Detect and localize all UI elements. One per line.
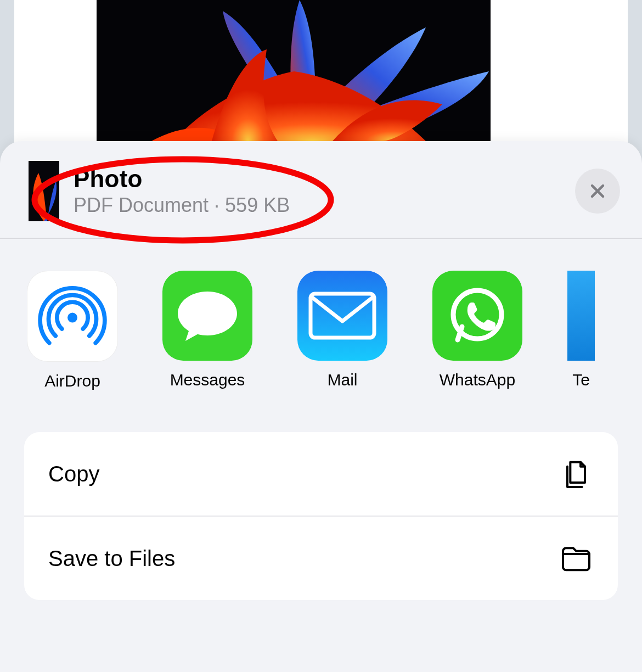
app-airdrop[interactable]: AirDrop <box>27 271 117 390</box>
app-label: WhatsApp <box>440 371 515 389</box>
messages-icon <box>162 271 252 361</box>
telegram-icon <box>567 271 595 361</box>
app-mail[interactable]: Mail <box>297 271 387 390</box>
share-subtitle: PDF Document · 559 KB <box>74 194 575 217</box>
share-apps-row: AirDrop Messages Mail <box>0 239 642 390</box>
actions-list: Copy Save to Files <box>24 432 618 600</box>
whatsapp-icon <box>432 271 522 361</box>
svg-point-1 <box>67 313 77 323</box>
folder-icon <box>559 541 594 576</box>
airdrop-icon <box>27 271 118 362</box>
app-telegram[interactable]: Te <box>567 271 595 390</box>
action-label: Save to Files <box>48 546 175 571</box>
svg-rect-2 <box>311 294 374 338</box>
app-label: Mail <box>327 371 357 389</box>
app-label: Messages <box>170 371 245 389</box>
share-title: Photo <box>74 165 575 193</box>
action-copy[interactable]: Copy <box>24 432 618 516</box>
preview-image <box>97 0 491 141</box>
share-thumbnail <box>29 161 59 221</box>
app-whatsapp[interactable]: WhatsApp <box>432 271 522 390</box>
copy-icon <box>559 456 594 491</box>
app-messages[interactable]: Messages <box>162 271 252 390</box>
action-save-to-files[interactable]: Save to Files <box>24 516 618 600</box>
mail-icon <box>297 271 387 361</box>
action-label: Copy <box>48 462 99 486</box>
close-button[interactable] <box>575 169 620 214</box>
share-sheet: Photo PDF Document · 559 KB AirDrop <box>0 141 642 672</box>
app-label: AirDrop <box>44 372 100 390</box>
app-label: Te <box>572 371 590 389</box>
